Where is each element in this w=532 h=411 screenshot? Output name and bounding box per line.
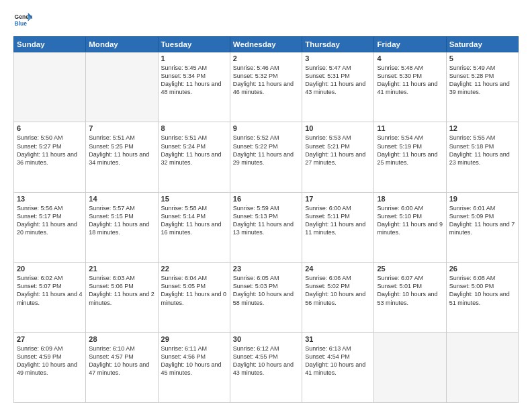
day-number: 16 <box>233 195 299 203</box>
calendar-header-row: SundayMondayTuesdayWednesdayThursdayFrid… <box>14 37 519 52</box>
day-info: Sunrise: 6:02 AM Sunset: 5:07 PM Dayligh… <box>17 274 83 307</box>
day-number: 1 <box>161 54 227 62</box>
week-row-2: 13Sunrise: 5:56 AM Sunset: 5:17 PM Dayli… <box>14 192 519 262</box>
calendar-table: SundayMondayTuesdayWednesdayThursdayFrid… <box>13 36 519 403</box>
day-number: 27 <box>17 335 83 343</box>
day-number: 7 <box>89 124 154 132</box>
day-number: 20 <box>17 265 83 273</box>
calendar-cell: 7Sunrise: 5:51 AM Sunset: 5:25 PM Daylig… <box>86 122 158 192</box>
day-info: Sunrise: 5:59 AM Sunset: 5:13 PM Dayligh… <box>233 204 299 237</box>
week-row-0: 1Sunrise: 5:45 AM Sunset: 5:34 PM Daylig… <box>14 52 519 122</box>
calendar-cell: 21Sunrise: 6:03 AM Sunset: 5:06 PM Dayli… <box>86 263 158 332</box>
day-number: 9 <box>233 124 299 132</box>
day-number: 19 <box>449 195 515 203</box>
day-info: Sunrise: 5:56 AM Sunset: 5:17 PM Dayligh… <box>17 204 83 237</box>
calendar-cell: 18Sunrise: 6:00 AM Sunset: 5:10 PM Dayli… <box>374 192 446 262</box>
day-header-wednesday: Wednesday <box>230 37 302 52</box>
day-number: 24 <box>305 265 371 273</box>
day-header-monday: Monday <box>86 37 158 52</box>
day-info: Sunrise: 5:50 AM Sunset: 5:27 PM Dayligh… <box>17 134 83 167</box>
day-number: 17 <box>305 195 371 203</box>
day-info: Sunrise: 5:51 AM Sunset: 5:24 PM Dayligh… <box>161 134 227 167</box>
day-number: 4 <box>377 54 443 62</box>
calendar-cell: 31Sunrise: 6:13 AM Sunset: 4:54 PM Dayli… <box>302 332 374 402</box>
day-number: 2 <box>233 54 299 62</box>
calendar-cell: 19Sunrise: 6:01 AM Sunset: 5:09 PM Dayli… <box>446 192 518 262</box>
calendar-cell <box>374 332 446 402</box>
calendar-cell: 1Sunrise: 5:45 AM Sunset: 5:34 PM Daylig… <box>158 52 230 122</box>
day-info: Sunrise: 6:04 AM Sunset: 5:05 PM Dayligh… <box>161 274 227 307</box>
day-info: Sunrise: 5:58 AM Sunset: 5:14 PM Dayligh… <box>161 204 227 237</box>
week-row-1: 6Sunrise: 5:50 AM Sunset: 5:27 PM Daylig… <box>14 122 519 192</box>
day-header-sunday: Sunday <box>14 37 86 52</box>
day-number: 21 <box>89 265 154 273</box>
day-info: Sunrise: 5:55 AM Sunset: 5:18 PM Dayligh… <box>449 134 515 167</box>
day-info: Sunrise: 6:00 AM Sunset: 5:11 PM Dayligh… <box>305 204 371 237</box>
calendar-cell: 6Sunrise: 5:50 AM Sunset: 5:27 PM Daylig… <box>14 122 86 192</box>
week-row-3: 20Sunrise: 6:02 AM Sunset: 5:07 PM Dayli… <box>14 263 519 332</box>
calendar-cell <box>86 52 158 122</box>
day-info: Sunrise: 6:06 AM Sunset: 5:02 PM Dayligh… <box>305 274 371 307</box>
day-info: Sunrise: 6:11 AM Sunset: 4:56 PM Dayligh… <box>161 345 227 377</box>
calendar-cell: 11Sunrise: 5:54 AM Sunset: 5:19 PM Dayli… <box>374 122 446 192</box>
calendar-cell: 16Sunrise: 5:59 AM Sunset: 5:13 PM Dayli… <box>230 192 302 262</box>
day-number: 25 <box>377 265 443 273</box>
day-info: Sunrise: 5:51 AM Sunset: 5:25 PM Dayligh… <box>89 134 154 167</box>
calendar-cell: 8Sunrise: 5:51 AM Sunset: 5:24 PM Daylig… <box>158 122 230 192</box>
calendar-cell <box>14 52 86 122</box>
calendar-cell: 17Sunrise: 6:00 AM Sunset: 5:11 PM Dayli… <box>302 192 374 262</box>
calendar-cell: 22Sunrise: 6:04 AM Sunset: 5:05 PM Dayli… <box>158 263 230 332</box>
day-number: 29 <box>161 335 227 343</box>
day-header-saturday: Saturday <box>446 37 518 52</box>
calendar-cell: 28Sunrise: 6:10 AM Sunset: 4:57 PM Dayli… <box>86 332 158 402</box>
header: General Blue <box>13 11 519 30</box>
week-row-4: 27Sunrise: 6:09 AM Sunset: 4:59 PM Dayli… <box>14 332 519 402</box>
calendar-cell: 10Sunrise: 5:53 AM Sunset: 5:21 PM Dayli… <box>302 122 374 192</box>
calendar-cell: 30Sunrise: 6:12 AM Sunset: 4:55 PM Dayli… <box>230 332 302 402</box>
day-header-tuesday: Tuesday <box>158 37 230 52</box>
calendar-cell: 12Sunrise: 5:55 AM Sunset: 5:18 PM Dayli… <box>446 122 518 192</box>
calendar-cell: 5Sunrise: 5:49 AM Sunset: 5:28 PM Daylig… <box>446 52 518 122</box>
day-info: Sunrise: 5:52 AM Sunset: 5:22 PM Dayligh… <box>233 134 299 167</box>
day-number: 18 <box>377 195 443 203</box>
day-info: Sunrise: 6:09 AM Sunset: 4:59 PM Dayligh… <box>17 345 83 377</box>
day-info: Sunrise: 5:54 AM Sunset: 5:19 PM Dayligh… <box>377 134 443 167</box>
day-info: Sunrise: 6:13 AM Sunset: 4:54 PM Dayligh… <box>305 345 371 377</box>
day-info: Sunrise: 5:49 AM Sunset: 5:28 PM Dayligh… <box>449 64 515 97</box>
day-info: Sunrise: 6:03 AM Sunset: 5:06 PM Dayligh… <box>89 274 154 307</box>
calendar-cell: 13Sunrise: 5:56 AM Sunset: 5:17 PM Dayli… <box>14 192 86 262</box>
calendar-cell <box>446 332 518 402</box>
day-number: 12 <box>449 124 515 132</box>
calendar-cell: 23Sunrise: 6:05 AM Sunset: 5:03 PM Dayli… <box>230 263 302 332</box>
calendar-cell: 26Sunrise: 6:08 AM Sunset: 5:00 PM Dayli… <box>446 263 518 332</box>
calendar-cell: 15Sunrise: 5:58 AM Sunset: 5:14 PM Dayli… <box>158 192 230 262</box>
calendar-cell: 27Sunrise: 6:09 AM Sunset: 4:59 PM Dayli… <box>14 332 86 402</box>
day-info: Sunrise: 6:00 AM Sunset: 5:10 PM Dayligh… <box>377 204 443 237</box>
day-info: Sunrise: 6:12 AM Sunset: 4:55 PM Dayligh… <box>233 345 299 377</box>
calendar-cell: 29Sunrise: 6:11 AM Sunset: 4:56 PM Dayli… <box>158 332 230 402</box>
day-info: Sunrise: 5:57 AM Sunset: 5:15 PM Dayligh… <box>89 204 154 237</box>
day-number: 10 <box>305 124 371 132</box>
day-info: Sunrise: 6:10 AM Sunset: 4:57 PM Dayligh… <box>89 345 154 377</box>
calendar-cell: 20Sunrise: 6:02 AM Sunset: 5:07 PM Dayli… <box>14 263 86 332</box>
day-number: 31 <box>305 335 371 343</box>
calendar-cell: 4Sunrise: 5:48 AM Sunset: 5:30 PM Daylig… <box>374 52 446 122</box>
day-header-thursday: Thursday <box>302 37 374 52</box>
page: General Blue SundayMondayTuesdayWednesda… <box>0 0 532 411</box>
day-number: 26 <box>449 265 515 273</box>
svg-text:Blue: Blue <box>15 20 28 27</box>
calendar-cell: 24Sunrise: 6:06 AM Sunset: 5:02 PM Dayli… <box>302 263 374 332</box>
day-info: Sunrise: 5:47 AM Sunset: 5:31 PM Dayligh… <box>305 64 371 97</box>
day-info: Sunrise: 5:48 AM Sunset: 5:30 PM Dayligh… <box>377 64 443 97</box>
day-number: 14 <box>89 195 154 203</box>
day-number: 28 <box>89 335 154 343</box>
calendar-cell: 25Sunrise: 6:07 AM Sunset: 5:01 PM Dayli… <box>374 263 446 332</box>
day-number: 3 <box>305 54 371 62</box>
calendar-cell: 3Sunrise: 5:47 AM Sunset: 5:31 PM Daylig… <box>302 52 374 122</box>
day-info: Sunrise: 5:46 AM Sunset: 5:32 PM Dayligh… <box>233 64 299 97</box>
day-number: 8 <box>161 124 227 132</box>
day-info: Sunrise: 6:08 AM Sunset: 5:00 PM Dayligh… <box>449 274 515 307</box>
day-number: 11 <box>377 124 443 132</box>
day-number: 5 <box>449 54 515 62</box>
day-info: Sunrise: 6:05 AM Sunset: 5:03 PM Dayligh… <box>233 274 299 307</box>
